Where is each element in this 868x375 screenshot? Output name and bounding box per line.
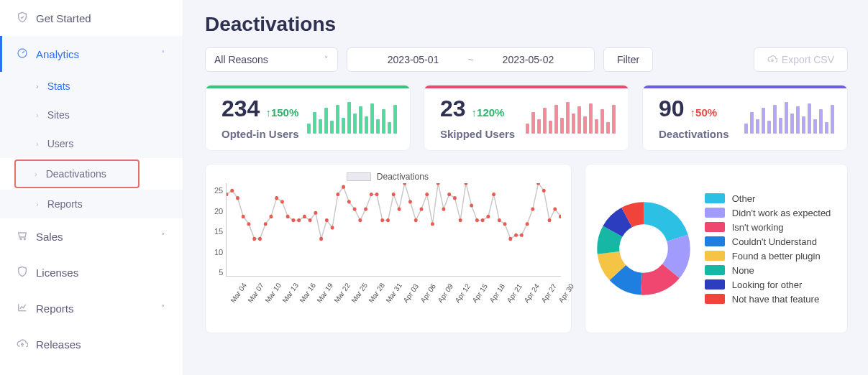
svg-point-10 [264, 222, 268, 226]
svg-point-46 [465, 183, 468, 185]
svg-point-71 [608, 213, 679, 284]
caret-icon: › [36, 200, 39, 208]
svg-point-17 [303, 215, 306, 218]
svg-point-27 [359, 218, 362, 222]
export-csv-button[interactable]: Export CSV [754, 47, 848, 72]
nav-get-started[interactable]: Get Started [0, 0, 183, 36]
legend-item[interactable]: Didn't work as expected [705, 208, 831, 218]
cloud-download-icon [767, 54, 777, 66]
nav-releases[interactable]: Releases [0, 326, 183, 362]
sub-deactivations[interactable]: ›Deactivations [14, 159, 140, 188]
svg-point-44 [453, 196, 457, 200]
svg-point-36 [408, 200, 412, 203]
cart-icon [14, 230, 30, 244]
svg-point-50 [487, 215, 490, 218]
sub-users[interactable]: ›Users [0, 129, 183, 158]
svg-point-21 [325, 218, 329, 222]
svg-point-33 [392, 193, 396, 196]
svg-point-52 [498, 218, 501, 222]
card-skipped: 23↑120% Skipped Users [424, 85, 629, 151]
caret-icon: › [36, 139, 39, 148]
nav-sales[interactable]: Sales ˅ [0, 218, 183, 254]
card-opted-in: 234↑150% Opted-in Users [205, 85, 411, 151]
svg-point-60 [542, 189, 546, 193]
svg-point-38 [420, 208, 424, 211]
svg-point-12 [275, 196, 279, 200]
svg-point-31 [381, 218, 385, 222]
svg-point-47 [470, 203, 473, 207]
svg-point-2 [24, 238, 25, 239]
svg-point-24 [342, 185, 345, 189]
page-title: Deactivations [205, 13, 848, 36]
legend-swatch-icon [705, 279, 725, 290]
sparkline-icon [307, 102, 397, 134]
date-range-picker[interactable]: 2023-05-01 ~ 2023-05-02 [347, 47, 595, 72]
sub-sites[interactable]: ›Sites [0, 101, 183, 129]
reason-select[interactable]: All Reasons ˅ [205, 47, 338, 72]
sidebar: Get Started Analytics ˄ ›Stats ›Sites ›U… [0, 0, 183, 375]
svg-point-23 [337, 193, 340, 196]
legend-swatch-icon [705, 251, 725, 261]
svg-point-39 [426, 193, 429, 196]
main-content: Deactivations All Reasons ˅ 2023-05-01 ~… [183, 0, 868, 375]
svg-point-29 [370, 193, 373, 196]
svg-point-40 [431, 222, 434, 226]
svg-point-22 [331, 226, 334, 229]
svg-point-32 [386, 218, 390, 222]
nav-reports[interactable]: Reports ˅ [0, 290, 183, 326]
svg-point-55 [514, 233, 518, 237]
sub-stats[interactable]: ›Stats [0, 72, 183, 101]
svg-point-28 [364, 208, 367, 211]
svg-point-43 [448, 193, 452, 196]
gauge-icon [14, 47, 30, 61]
donut-chart [597, 202, 690, 295]
legend-item[interactable]: Isn't working [705, 222, 831, 233]
legend-item[interactable]: Not have that feature [705, 294, 831, 305]
svg-point-15 [292, 218, 296, 222]
svg-point-20 [319, 237, 323, 241]
svg-point-54 [509, 237, 513, 241]
sparkline-icon [744, 102, 834, 134]
filter-button[interactable]: Filter [603, 47, 653, 72]
svg-point-53 [503, 222, 507, 226]
filter-bar: All Reasons ˅ 2023-05-01 ~ 2023-05-02 Fi… [205, 47, 848, 72]
legend-swatch-icon [705, 294, 725, 304]
svg-point-6 [242, 215, 245, 218]
legend-item[interactable]: None [705, 265, 831, 276]
shield-check-icon [14, 11, 30, 25]
svg-point-62 [554, 208, 557, 211]
nav-label: Sales [36, 231, 158, 243]
nav-licenses[interactable]: Licenses [0, 254, 183, 290]
svg-point-16 [297, 218, 301, 222]
svg-point-37 [414, 218, 418, 222]
nav-label: Reports [36, 302, 158, 315]
nav-label: Licenses [36, 267, 168, 279]
chart-legend: Deactivations [214, 172, 561, 182]
svg-point-14 [286, 215, 290, 218]
svg-point-19 [314, 211, 318, 215]
svg-point-57 [526, 222, 529, 226]
legend-swatch-icon [705, 265, 725, 275]
y-axis: 252015105 [214, 183, 226, 277]
svg-point-18 [309, 218, 312, 222]
chart-icon [14, 302, 30, 315]
legend-item[interactable]: Found a better plugin [705, 251, 831, 261]
nav-analytics[interactable]: Analytics ˄ [0, 36, 183, 72]
svg-point-4 [231, 189, 234, 193]
date-from: 2023-05-01 [388, 54, 439, 65]
line-chart-panel: Deactivations 252015105 Mar 04Mar 07Mar … [205, 164, 572, 333]
legend-item[interactable]: Other [705, 193, 831, 204]
sub-reports[interactable]: ›Reports [0, 190, 183, 218]
svg-point-49 [481, 218, 485, 222]
sparkline-icon [526, 102, 616, 134]
pie-chart-panel: OtherDidn't work as expectedIsn't workin… [585, 164, 848, 333]
lower-panels: Deactivations 252015105 Mar 04Mar 07Mar … [205, 164, 848, 333]
nav-label: Releases [36, 338, 168, 351]
chevron-down-icon: ˅ [158, 304, 168, 313]
card-deactivations: 90↑50% Deactivations [642, 85, 848, 151]
legend-swatch-icon [705, 236, 725, 246]
legend-item[interactable]: Couldn't Understand [705, 236, 831, 247]
legend-item[interactable]: Looking for other [705, 279, 831, 290]
svg-point-26 [353, 208, 357, 211]
svg-point-5 [236, 196, 239, 200]
